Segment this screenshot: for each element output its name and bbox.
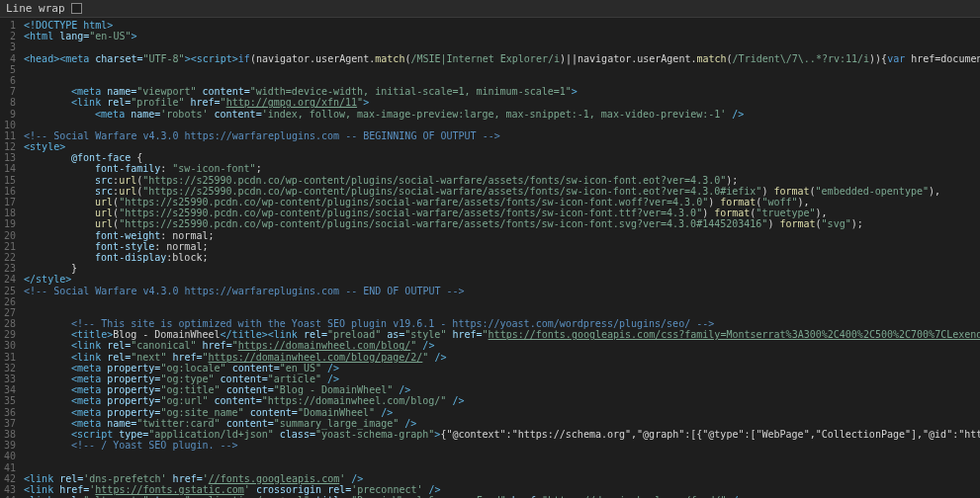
line-number: 27 <box>4 307 16 318</box>
code-line[interactable]: <!-- Social Warfare v4.3.0 https://warfa… <box>24 286 980 296</box>
line-number: 10 <box>4 120 16 130</box>
line-number: 43 <box>4 484 16 495</box>
line-number: 22 <box>4 252 16 263</box>
line-number: 28 <box>4 318 16 329</box>
code-line[interactable] <box>24 462 980 473</box>
code-line[interactable]: <meta property="og:site_name" content="D… <box>24 407 980 418</box>
code-line[interactable]: font-weight: normal; <box>24 230 980 241</box>
code-line[interactable]: <meta name="twitter:card" content="summa… <box>24 418 980 429</box>
code-line[interactable]: <!-- / Yoast SEO plugin. --> <box>24 440 980 451</box>
code-line[interactable]: <!DOCTYPE html> <box>24 20 980 31</box>
line-number: 20 <box>4 230 16 241</box>
code-line[interactable]: <script type="application/ld+json" class… <box>24 429 980 440</box>
linewrap-checkbox[interactable] <box>71 3 82 14</box>
code-line[interactable]: </style> <box>24 274 980 285</box>
line-number: 33 <box>4 374 16 384</box>
line-number: 37 <box>4 418 16 429</box>
code-line[interactable] <box>24 42 980 52</box>
line-number: 30 <box>4 340 16 351</box>
line-number: 18 <box>4 208 16 218</box>
code-line[interactable] <box>24 307 980 318</box>
line-number-gutter: 1234567891011121314151617181920212223242… <box>0 18 24 498</box>
line-number: 42 <box>4 473 16 484</box>
code-line[interactable]: <meta property="og:locale" content="en_U… <box>24 363 980 374</box>
line-number: 5 <box>4 64 16 75</box>
code-line[interactable]: font-family: "sw-icon-font"; <box>24 163 980 174</box>
code-line[interactable]: <link rel="canonical" href="https://doma… <box>24 340 980 351</box>
line-number: 32 <box>4 363 16 374</box>
code-line[interactable]: <link href='https://fonts.gstatic.com' c… <box>24 484 980 495</box>
code-line[interactable]: <meta property="og:type" content="articl… <box>24 374 980 384</box>
line-number: 41 <box>4 462 16 473</box>
code-line[interactable]: <head><meta charset="UTF-8"><script>if(n… <box>24 53 980 64</box>
code-line[interactable]: url("https://s25990.pcdn.co/wp-content/p… <box>24 208 980 218</box>
line-number: 15 <box>4 175 16 186</box>
line-number: 13 <box>4 152 16 163</box>
code-line[interactable]: url("https://s25990.pcdn.co/wp-content/p… <box>24 197 980 208</box>
code-line[interactable]: <title>Blog - DomainWheel</title><link r… <box>24 329 980 340</box>
line-number: 7 <box>4 86 16 97</box>
line-number: 9 <box>4 109 16 120</box>
line-number: 29 <box>4 329 16 340</box>
line-number: 4 <box>4 53 16 64</box>
line-number: 14 <box>4 163 16 174</box>
line-number: 38 <box>4 429 16 440</box>
line-number: 19 <box>4 218 16 229</box>
code-line[interactable]: <!-- Social Warfare v4.3.0 https://warfa… <box>24 130 980 141</box>
toolbar: Line wrap <box>0 0 980 18</box>
code-area[interactable]: <!DOCTYPE html><html lang="en-US"> <head… <box>24 18 980 498</box>
code-line[interactable]: src:url("https://s25990.pcdn.co/wp-conte… <box>24 175 980 186</box>
code-line[interactable]: <link rel='dns-prefetch' href='//fonts.g… <box>24 473 980 484</box>
line-number: 25 <box>4 286 16 296</box>
line-number: 39 <box>4 440 16 451</box>
code-line[interactable]: src:url("https://s25990.pcdn.co/wp-conte… <box>24 186 980 197</box>
code-line[interactable]: <link rel="next" href="https://domainwhe… <box>24 352 980 363</box>
code-line[interactable]: font-display:block; <box>24 252 980 263</box>
line-number: 26 <box>4 296 16 307</box>
line-number: 2 <box>4 31 16 42</box>
line-number: 40 <box>4 451 16 461</box>
line-number: 16 <box>4 186 16 197</box>
code-line[interactable] <box>24 64 980 75</box>
code-line[interactable]: <link rel="profile" href="http://gmpg.or… <box>24 97 980 108</box>
code-line[interactable]: <meta property="og:url" content="https:/… <box>24 395 980 406</box>
code-line[interactable]: <html lang="en-US"> <box>24 31 980 42</box>
code-line[interactable] <box>24 120 980 130</box>
line-number: 23 <box>4 263 16 274</box>
line-number: 34 <box>4 384 16 395</box>
line-number: 31 <box>4 352 16 363</box>
code-line[interactable]: <meta name="viewport" content="width=dev… <box>24 86 980 97</box>
line-number: 11 <box>4 130 16 141</box>
code-line[interactable]: font-style: normal; <box>24 241 980 252</box>
line-number: 17 <box>4 197 16 208</box>
linewrap-label: Line wrap <box>6 2 65 15</box>
line-number: 24 <box>4 274 16 285</box>
code-line[interactable]: url("https://s25990.pcdn.co/wp-content/p… <box>24 218 980 229</box>
code-line[interactable] <box>24 451 980 461</box>
code-line[interactable]: <!-- This site is optimized with the Yoa… <box>24 318 980 329</box>
code-line[interactable] <box>24 75 980 86</box>
code-line[interactable]: <style> <box>24 141 980 152</box>
code-line[interactable] <box>24 296 980 307</box>
line-number: 6 <box>4 75 16 86</box>
line-number: 8 <box>4 97 16 108</box>
code-line[interactable]: } <box>24 263 980 274</box>
line-number: 1 <box>4 20 16 31</box>
line-number: 12 <box>4 141 16 152</box>
code-line[interactable]: <meta property="og:title" content="Blog … <box>24 384 980 395</box>
editor: 1234567891011121314151617181920212223242… <box>0 18 980 498</box>
line-number: 35 <box>4 395 16 406</box>
code-line[interactable]: @font-face { <box>24 152 980 163</box>
line-number: 21 <box>4 241 16 252</box>
code-line[interactable]: <meta name='robots' content='index, foll… <box>24 109 980 120</box>
line-number: 3 <box>4 42 16 52</box>
line-number: 36 <box>4 407 16 418</box>
